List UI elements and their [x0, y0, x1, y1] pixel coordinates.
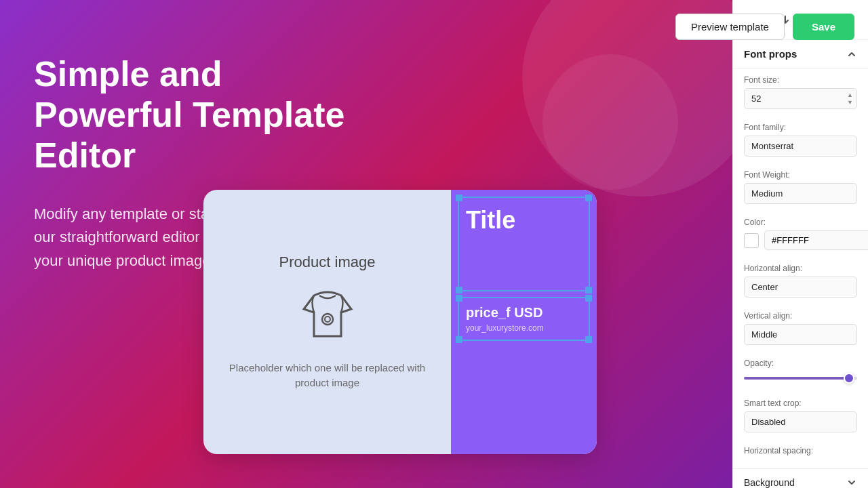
preview-template-button[interactable]: Preview template: [675, 14, 785, 40]
font-family-input[interactable]: [744, 136, 857, 157]
top-bar: Preview template Save: [675, 14, 854, 40]
smart-crop-input[interactable]: [744, 411, 857, 432]
font-size-increment[interactable]: ▲: [846, 92, 854, 99]
h-align-input[interactable]: [744, 277, 857, 298]
smart-crop-label: Smart text crop:: [744, 399, 857, 408]
handle-bl: [456, 287, 462, 293]
price-handle-br: [585, 336, 592, 343]
price-handle-bl: [456, 336, 462, 343]
h-spacing-row: Horizontal spacing:: [733, 439, 868, 466]
price-handle-tr: [585, 295, 592, 302]
template-card: Product image Placeholder which one will…: [203, 190, 597, 454]
text-section: Title price_f USD your_luxurystore.com: [451, 190, 597, 454]
font-family-label: Font family:: [744, 123, 857, 132]
opacity-row: Opacity:: [733, 352, 868, 392]
title-text: Title: [466, 206, 515, 234]
product-label: Product image: [279, 253, 376, 271]
v-align-row: Vertical align:: [733, 304, 868, 352]
background-section[interactable]: Background: [733, 468, 868, 488]
font-weight-input[interactable]: [744, 183, 857, 204]
color-input[interactable]: [764, 230, 868, 250]
price-handle-tl: [456, 295, 462, 302]
font-family-row: Font family:: [733, 116, 868, 163]
color-row: Color:: [733, 211, 868, 257]
font-weight-row: Font Weight:: [733, 163, 868, 211]
price-text: price_f USD: [466, 305, 582, 321]
font-size-label: Font size:: [744, 75, 857, 85]
hero-title: Simple and Powerful Template Editor: [34, 54, 373, 176]
font-size-stepper: ▲ ▼: [846, 92, 854, 106]
opacity-slider-track: [744, 377, 857, 380]
svg-point-1: [325, 317, 330, 322]
svg-point-0: [322, 314, 333, 325]
opacity-slider-thumb[interactable]: [844, 373, 854, 384]
font-size-row: Font size: ▲ ▼: [733, 68, 868, 116]
opacity-label: Opacity:: [744, 359, 857, 368]
font-props-label: Font props: [744, 48, 797, 60]
title-box[interactable]: Title: [458, 197, 590, 291]
chevron-up-icon: [846, 49, 857, 60]
product-section: Product image Placeholder which one will…: [203, 190, 451, 454]
handle-tl: [456, 195, 462, 201]
save-button[interactable]: Save: [793, 14, 854, 40]
font-size-input[interactable]: [744, 88, 857, 109]
color-swatch[interactable]: [744, 233, 759, 248]
canvas-area[interactable]: Product image Placeholder which one will…: [203, 190, 597, 454]
color-swatch-row: [744, 230, 857, 250]
font-weight-label: Font Weight:: [744, 170, 857, 180]
font-size-wrapper: ▲ ▼: [744, 88, 857, 109]
font-size-decrement[interactable]: ▼: [846, 99, 854, 106]
left-panel: Simple and Powerful Template Editor Modi…: [0, 0, 732, 488]
v-align-label: Vertical align:: [744, 311, 857, 321]
h-spacing-label: Horizontal spacing:: [744, 446, 857, 455]
v-align-input[interactable]: [744, 324, 857, 345]
background-label: Background: [744, 477, 795, 488]
opacity-slider-container[interactable]: [744, 371, 857, 385]
font-props-section-header[interactable]: Font props: [733, 40, 868, 68]
price-box[interactable]: price_f USD your_luxurystore.com: [458, 297, 590, 341]
color-label: Color:: [744, 218, 857, 227]
h-align-row: Horizontal align:: [733, 257, 868, 304]
background-chevron-icon: [846, 477, 857, 488]
smart-crop-row: Smart text crop:: [733, 392, 868, 439]
h-align-label: Horizontal align:: [744, 264, 857, 273]
hoodie-icon: [294, 282, 361, 350]
handle-tr: [585, 195, 592, 201]
product-description: Placeholder which one will be replaced w…: [224, 361, 431, 391]
handle-br: [585, 287, 592, 293]
store-url: your_luxurystore.com: [466, 323, 582, 333]
right-panel: Font props Font size: ▲ ▼ Font family: F…: [732, 0, 868, 488]
